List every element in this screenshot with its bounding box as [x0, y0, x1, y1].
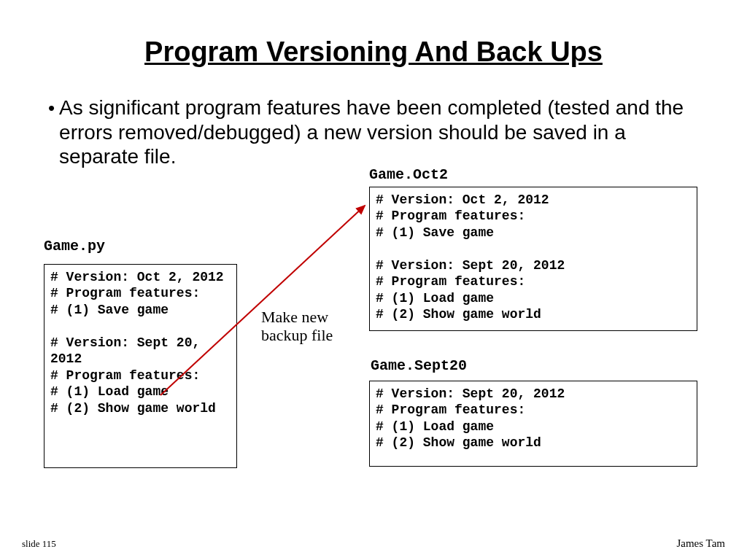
author-name: James Tam	[676, 537, 725, 550]
code-box-left: # Version: Oct 2, 2012 # Program feature…	[44, 264, 237, 468]
diagram-area: Game.Oct2 Game.py # Version: Oct 2, 2012…	[44, 176, 703, 526]
bullet-item: • As significant program features have b…	[44, 96, 703, 169]
slide-container: Program Versioning And Back Ups • As sig…	[0, 0, 747, 560]
label-game-py: Game.py	[44, 238, 105, 254]
code-box-right-bottom: # Version: Sept 20, 2012 # Program featu…	[369, 381, 697, 467]
slide-number: slide 115	[22, 538, 56, 550]
code-box-right-top: # Version: Oct 2, 2012 # Program feature…	[369, 187, 697, 331]
bullet-text: As significant program features have bee…	[59, 96, 703, 169]
label-game-oct2: Game.Oct2	[369, 166, 448, 183]
label-game-sept20: Game.Sept20	[371, 357, 467, 374]
bullet-marker: •	[44, 96, 59, 117]
label-make-new-backup: Make new backup file	[261, 308, 333, 345]
slide-title: Program Versioning And Back Ups	[44, 36, 703, 68]
